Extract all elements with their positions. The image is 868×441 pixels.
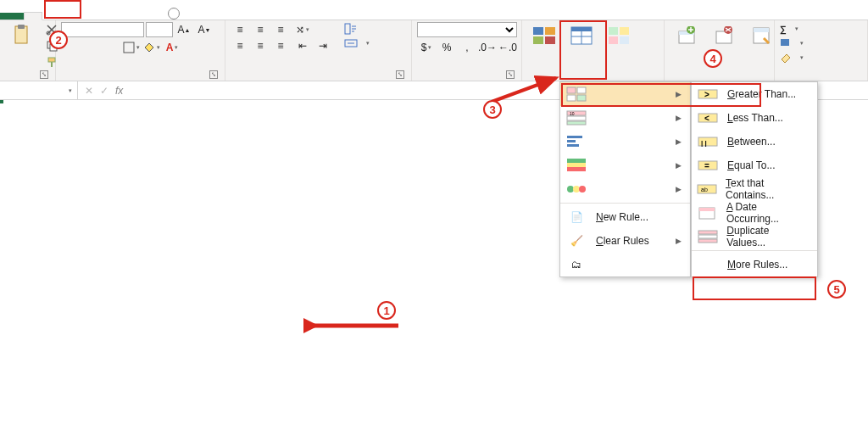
icon-sets-icon <box>565 181 587 198</box>
format-as-table-button[interactable] <box>565 22 598 51</box>
percent-button[interactable]: % <box>437 40 456 55</box>
fill-color-button[interactable]: ▾ <box>142 40 161 55</box>
alignment-launcher[interactable]: ⤡ <box>396 70 404 79</box>
font-size-input[interactable] <box>146 22 173 37</box>
tell-me[interactable] <box>168 8 185 20</box>
decrease-decimal-button[interactable]: ←.0 <box>498 40 517 55</box>
align-middle-button[interactable]: ≡ <box>251 22 270 37</box>
text-contains-icon: ab <box>697 181 717 198</box>
cell-styles-button[interactable] <box>602 22 636 51</box>
tab-page-layout[interactable] <box>59 13 76 20</box>
svg-rect-41 <box>567 144 579 147</box>
annotation-box-duplicate <box>693 276 816 300</box>
tab-data[interactable] <box>93 13 110 20</box>
cancel-formula-icon[interactable]: ✕ <box>85 85 93 97</box>
insert-cells-button[interactable] <box>670 22 704 51</box>
tab-review[interactable] <box>110 13 127 20</box>
underline-button[interactable] <box>102 40 120 55</box>
menu-between[interactable]: | |Between... <box>692 130 817 154</box>
menu-greater-than[interactable]: >Greater Than... <box>692 82 817 106</box>
menu-new-rule[interactable]: 📄New Rule... <box>560 205 690 229</box>
svg-rect-13 <box>533 36 543 44</box>
tab-file[interactable] <box>0 13 24 20</box>
date-occurring-icon <box>697 204 718 221</box>
wrap-text-button[interactable] <box>341 22 373 36</box>
conditional-formatting-button[interactable] <box>527 22 561 51</box>
menu-highlight-cells-rules[interactable]: ▶ <box>560 82 690 106</box>
paste-icon <box>10 24 34 47</box>
fill-button[interactable]: ▾ <box>780 36 804 50</box>
italic-button[interactable] <box>81 40 100 55</box>
borders-button[interactable]: ▾ <box>122 40 141 55</box>
svg-rect-42 <box>567 159 586 163</box>
clipboard-launcher[interactable]: ⤡ <box>40 70 48 79</box>
menu-data-bars[interactable]: ▶ <box>560 130 690 154</box>
svg-text:<: < <box>704 114 709 123</box>
svg-rect-1 <box>18 25 25 29</box>
svg-rect-8 <box>124 42 134 53</box>
menu-clear-rules[interactable]: 🧹Clear Rules▶ <box>560 229 690 253</box>
align-right-button[interactable]: ≡ <box>271 38 290 53</box>
align-bottom-button[interactable]: ≡ <box>271 22 290 37</box>
svg-rect-31 <box>567 87 576 93</box>
align-top-button[interactable]: ≡ <box>231 22 249 37</box>
svg-rect-29 <box>754 28 769 32</box>
decrease-indent-button[interactable]: ⇤ <box>293 38 312 53</box>
accounting-format-button[interactable]: $▾ <box>417 40 436 55</box>
menu-more-rules[interactable]: More Rules... <box>692 253 817 276</box>
font-launcher[interactable]: ⤡ <box>209 70 218 79</box>
fx-icon[interactable]: fx <box>115 85 123 97</box>
align-left-button[interactable]: ≡ <box>231 38 249 53</box>
svg-rect-14 <box>545 36 555 44</box>
svg-rect-39 <box>567 136 582 138</box>
enter-formula-icon[interactable]: ✓ <box>100 85 108 97</box>
svg-text:| |: | | <box>701 139 707 147</box>
svg-rect-11 <box>533 27 543 35</box>
menu-date-occurring[interactable]: A Date Occurring... <box>692 201 817 225</box>
format-cells-button[interactable] <box>744 22 778 51</box>
increase-indent-button[interactable]: ⇥ <box>314 38 332 53</box>
merge-center-button[interactable]: ▾ <box>341 36 373 50</box>
svg-point-46 <box>573 186 580 193</box>
font-name-input[interactable] <box>61 22 144 37</box>
menu-duplicate-values[interactable]: Duplicate Values... <box>692 225 817 248</box>
orientation-button[interactable]: ⤭▾ <box>293 22 312 37</box>
font-color-button[interactable]: A▾ <box>163 40 181 55</box>
svg-rect-22 <box>620 36 629 44</box>
svg-rect-32 <box>577 87 586 93</box>
menu-text-contains[interactable]: abText that Contains... <box>692 177 817 201</box>
svg-rect-7 <box>51 62 53 67</box>
delete-cells-button[interactable] <box>707 22 741 51</box>
menu-equal-to[interactable]: =Equal To... <box>692 154 817 177</box>
format-cells-icon <box>749 24 773 47</box>
conditional-formatting-menu: ▶ 10▶ ▶ ▶ ▶ 📄New Rule... 🧹Clear Rules▶ 🗂 <box>559 81 691 277</box>
shrink-font-button[interactable]: A▼ <box>195 22 214 37</box>
tab-insert[interactable] <box>42 13 59 20</box>
equal-to-icon: = <box>697 157 719 174</box>
greater-than-icon: > <box>697 86 719 103</box>
name-box[interactable]: ▾ <box>0 81 78 99</box>
increase-decimal-button[interactable]: .0→ <box>478 40 497 55</box>
clear-button[interactable]: ▾ <box>780 51 804 64</box>
tab-help[interactable] <box>144 13 161 20</box>
number-format-select[interactable] <box>417 22 517 37</box>
menu-manage-rules[interactable]: 🗂 <box>560 253 690 276</box>
menu-top-bottom-rules[interactable]: 10▶ <box>560 106 690 130</box>
grow-font-button[interactable]: A▲ <box>175 22 193 37</box>
insert-cells-icon <box>675 24 698 47</box>
manage-rules-icon: 🗂 <box>565 256 587 273</box>
autosum-button[interactable]: ∑▾ <box>780 22 804 36</box>
comma-button[interactable]: , <box>458 40 476 55</box>
menu-icon-sets[interactable]: ▶ <box>560 177 690 201</box>
align-center-button[interactable]: ≡ <box>251 38 270 53</box>
tab-home[interactable] <box>24 12 42 20</box>
tab-formulas[interactable] <box>76 13 93 20</box>
duplicate-values-icon <box>697 228 718 245</box>
svg-rect-20 <box>620 27 629 35</box>
paste-button[interactable] <box>5 22 39 51</box>
menu-less-than[interactable]: <Less Than... <box>692 106 817 130</box>
menu-color-scales[interactable]: ▶ <box>560 154 690 177</box>
tab-view[interactable] <box>127 13 144 20</box>
less-than-icon: < <box>697 109 719 126</box>
highlight-cells-icon <box>565 86 587 103</box>
